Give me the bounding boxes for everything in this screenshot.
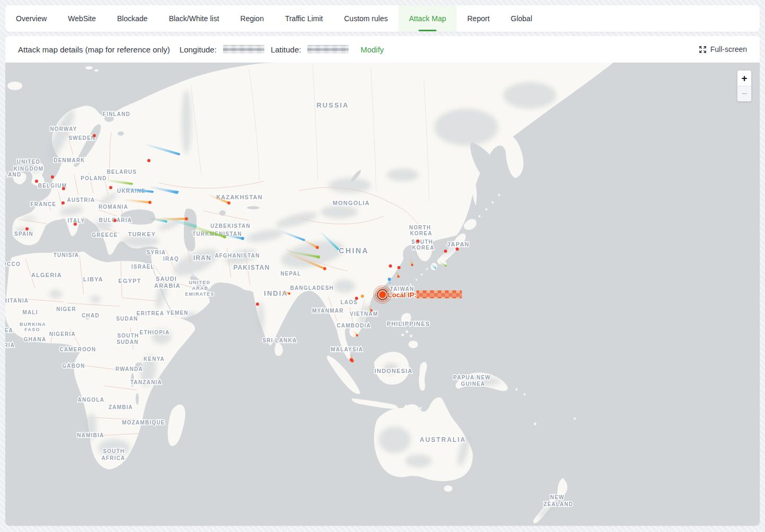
fullscreen-label: Full-screen [710, 45, 747, 54]
map-label: MYANMAR [312, 308, 344, 314]
map-label: VIETNAM [350, 311, 378, 317]
attack-dot [355, 297, 358, 300]
map-label: AFGHANISTAN [215, 253, 260, 259]
map-label: SOUTH [412, 239, 433, 245]
map-label: GABON [62, 363, 85, 369]
map-label: SOUTH [118, 333, 139, 339]
attack-trail-head [323, 267, 326, 270]
map-label: PAPUA NEW [453, 375, 491, 380]
map-label: SYRIA [147, 250, 166, 255]
map-label: ISRAEL [131, 264, 155, 270]
map-label: NAMIBIA [77, 432, 104, 438]
latitude-label: Latitude: [271, 45, 301, 54]
map-label: BANGLADESH [290, 285, 334, 291]
map-label: CAMEROON [59, 347, 96, 352]
attack-trail-head [397, 276, 399, 278]
attack-dot [397, 266, 401, 269]
tab-attack-map[interactable]: Attack Map [398, 5, 457, 32]
map-label: MALAYSIA [331, 347, 363, 352]
map-label: UZBEKISTAN [210, 223, 251, 229]
map-label: LIBYA [83, 276, 103, 282]
page-title: Attack map details (map for reference on… [18, 45, 170, 54]
map-label: SOUTH [103, 448, 125, 454]
map-label: ITALY [67, 218, 85, 224]
map-label: KOREA [412, 245, 434, 251]
attack-dot [74, 223, 77, 226]
map-label: NEW [550, 494, 565, 500]
map-label: ANGOLA [78, 397, 105, 403]
map-label: AUSTRALIA [420, 436, 466, 444]
attack-trail-head [148, 201, 152, 204]
map-label: TUNISIA [54, 252, 79, 258]
tab-traffic-limit[interactable]: Traffic Limit [274, 5, 334, 32]
map-label: CHINA [339, 246, 369, 255]
attack-trail-head [411, 264, 413, 266]
map-label: GUINEA [461, 381, 485, 387]
map-label: IRAQ [163, 256, 179, 262]
map-label: KOREA [410, 230, 432, 236]
map-label: GUINEA [5, 327, 13, 333]
world-map-svg: RUSSIAFINLANDNORWAYSWEDENDENMARKUNITEDKI… [5, 63, 760, 526]
map-label: ARAB [192, 286, 209, 291]
map-label: TURKEY [128, 231, 156, 237]
attack-dot [350, 358, 353, 361]
map-label: LIBERIA [5, 342, 15, 348]
map-label: MONGOLIA [333, 200, 370, 206]
tab-region[interactable]: Region [230, 5, 274, 32]
map-label: AUSTRIA [67, 197, 95, 203]
fullscreen-button[interactable]: Full-screen [699, 45, 747, 54]
tab-global[interactable]: Global [500, 5, 542, 32]
map-label: MAURITANIA [5, 298, 29, 304]
local-ip-value-redacted [416, 290, 462, 298]
fullscreen-icon [699, 46, 707, 54]
map-label: TANZANIA [130, 379, 162, 385]
attack-trail-head [356, 334, 358, 336]
attack-dot [389, 264, 392, 268]
tab-website[interactable]: WebSite [57, 5, 106, 32]
map-label: RWANDA [115, 366, 143, 372]
map-label: SAUDI [156, 276, 177, 282]
map-label: GREECE [92, 232, 118, 238]
attack-trail-head [241, 237, 244, 240]
attack-dot [416, 240, 420, 243]
attack-dot [109, 186, 112, 189]
map-zoom-control: + − [737, 70, 752, 102]
modify-link[interactable]: Modify [360, 45, 384, 54]
tab-black-white-list[interactable]: Black/White list [158, 5, 230, 32]
attack-dot [93, 134, 96, 137]
map-label: IRELAND [5, 172, 21, 178]
map-label: NORTH [409, 225, 431, 230]
map-label: POLAND [81, 175, 106, 181]
map-label: SWEDEN [68, 135, 95, 141]
tab-blockade[interactable]: Blockade [106, 5, 158, 32]
map-label: DENMARK [54, 157, 85, 163]
map-label: FRANCE [31, 201, 57, 207]
map-label: SPAIN [14, 231, 33, 237]
map-label: EGYPT [118, 278, 141, 284]
map-label: INDONESIA [375, 368, 413, 374]
map-label: ZEALAND [544, 501, 573, 507]
attack-map[interactable]: RUSSIAFINLANDNORWAYSWEDENDENMARKUNITEDKI… [5, 63, 760, 526]
longitude-value-redacted [223, 45, 264, 54]
map-label: FINLAND [103, 111, 130, 117]
map-label: NIGERIA [49, 331, 76, 337]
tab-overview[interactable]: Overview [5, 5, 57, 32]
tab-report[interactable]: Report [457, 5, 500, 32]
map-label: AFRICA [102, 455, 126, 461]
map-label: LAOS [341, 299, 358, 305]
map-label: NIGER [56, 306, 76, 312]
map-label: ROMANIA [99, 204, 128, 210]
map-label: UNITED [17, 159, 40, 165]
map-label: PAKISTAN [233, 264, 270, 271]
zoom-in-button[interactable]: + [737, 70, 751, 86]
map-label: CAMBODIA [337, 323, 371, 329]
attack-trail-head [288, 292, 290, 295]
tab-custom-rules[interactable]: Custom rules [334, 5, 398, 32]
attack-trail-head [185, 217, 188, 220]
attack-dot [456, 247, 459, 251]
attack-dot [444, 250, 447, 253]
map-label: GHANA [24, 336, 47, 342]
map-label: UNITED [189, 280, 211, 285]
map-label: ALGERIA [31, 272, 62, 278]
zoom-out-button[interactable]: − [737, 86, 751, 101]
